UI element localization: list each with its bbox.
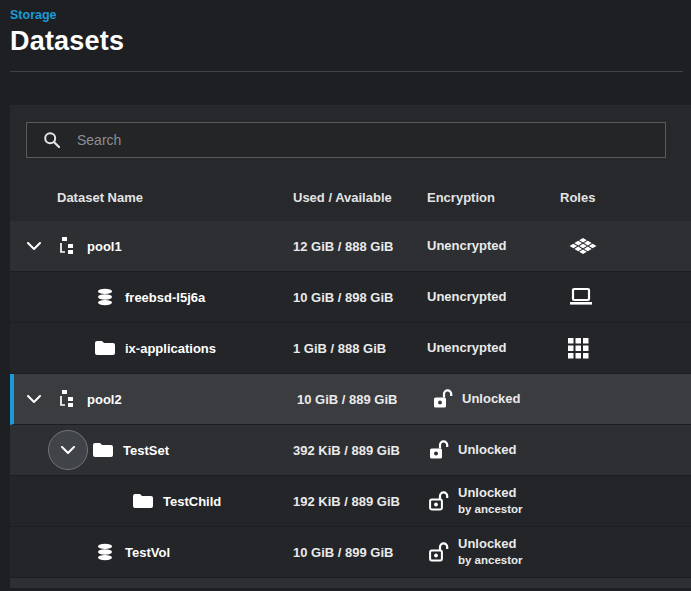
page-title: Datasets: [10, 26, 691, 57]
dataset-name: ix-applications: [125, 341, 216, 356]
apps-grid-icon: [568, 338, 589, 359]
vm-laptop-icon: [568, 287, 594, 307]
search-input[interactable]: [77, 132, 653, 148]
datasets-panel: Dataset Name Used / Available Encryption…: [10, 105, 691, 588]
dataset-name: TestVol: [125, 545, 170, 560]
encryption-substatus: by ancestor: [458, 554, 523, 566]
table-row-partial[interactable]: [10, 578, 691, 588]
dataset-name-cell: freebsd-l5j6a: [10, 287, 293, 307]
encryption-status: Unlockedby ancestor: [458, 485, 523, 518]
page-header: Storage Datasets: [0, 0, 691, 72]
search-wrap: [26, 122, 666, 158]
column-header-dataset-name: Dataset Name: [10, 190, 293, 205]
encryption-cell: Unencrypted: [427, 238, 560, 254]
folder-icon: [133, 493, 153, 509]
table-header-row: Dataset Name Used / Available Encryption…: [10, 173, 691, 221]
dataset-name: TestChild: [163, 494, 221, 509]
encryption-substatus: by ancestor: [458, 503, 523, 515]
encryption-cell: Unlockedby ancestor: [427, 536, 560, 569]
table-row-pool2[interactable]: pool2 10 GiB / 889 GiB Unlocked: [10, 374, 691, 425]
dataset-share-icon: [568, 234, 598, 258]
dataset-name-cell: ix-applications: [10, 340, 293, 356]
lock-open-outline-icon: [427, 541, 449, 563]
dataset-name: TestSet: [123, 443, 169, 458]
used-available-value: 392 KiB / 889 GiB: [293, 443, 427, 458]
lock-open-outline-icon: [427, 490, 449, 512]
lock-open-filled-icon: [427, 439, 449, 461]
search-icon: [43, 131, 61, 149]
dataset-name: pool1: [87, 239, 122, 254]
dataset-name: pool2: [87, 392, 122, 407]
encryption-status: Unlocked: [458, 442, 517, 458]
roles-cell: [560, 338, 691, 359]
encryption-status: Unencrypted: [427, 289, 506, 305]
table-row-testchild[interactable]: TestChild 192 KiB / 889 GiB Unlockedby a…: [10, 476, 691, 527]
zvol-icon: [95, 542, 115, 562]
table-row-testset[interactable]: TestSet 392 KiB / 889 GiB Unlocked: [10, 425, 691, 476]
column-header-used-available: Used / Available: [293, 190, 427, 205]
folder-icon: [93, 442, 113, 458]
table-row-freebsd-l5j6a[interactable]: freebsd-l5j6a 10 GiB / 898 GiB Unencrypt…: [10, 272, 691, 323]
column-header-roles: Roles: [560, 190, 691, 205]
encryption-status: Unencrypted: [427, 340, 506, 356]
table-row-testvol[interactable]: TestVol 10 GiB / 899 GiB Unlockedby ance…: [10, 527, 691, 578]
chevron-down-icon[interactable]: [22, 387, 46, 411]
used-available-value: 10 GiB / 898 GiB: [293, 290, 427, 305]
dataset-name-cell: pool1: [10, 234, 293, 258]
dataset-name-cell: pool2: [14, 387, 297, 411]
roles-cell: [560, 287, 691, 307]
encryption-cell: Unencrypted: [427, 289, 560, 305]
table-row-pool1[interactable]: pool1 12 GiB / 888 GiB Unencrypted: [10, 221, 691, 272]
chevron-down-icon[interactable]: [22, 234, 46, 258]
zvol-icon: [95, 287, 115, 307]
header-divider: [10, 71, 683, 72]
encryption-cell: Unlocked: [427, 439, 560, 461]
encryption-cell: Unencrypted: [427, 340, 560, 356]
encryption-status: Unlocked: [462, 391, 521, 407]
used-available-value: 12 GiB / 888 GiB: [293, 239, 427, 254]
used-available-value: 10 GiB / 899 GiB: [293, 545, 427, 560]
dataset-name-cell: TestSet: [10, 430, 293, 470]
used-available-value: 1 GiB / 888 GiB: [293, 341, 427, 356]
roles-cell: [560, 234, 691, 258]
search-box[interactable]: [26, 122, 666, 158]
dataset-tree-icon: [57, 389, 77, 409]
breadcrumb-storage-link[interactable]: Storage: [10, 8, 57, 22]
used-available-value: 192 KiB / 889 GiB: [293, 494, 427, 509]
dataset-name: freebsd-l5j6a: [125, 290, 205, 305]
dataset-tree-icon: [57, 236, 77, 256]
table-row-ix-applications[interactable]: ix-applications 1 GiB / 888 GiB Unencryp…: [10, 323, 691, 374]
encryption-cell: Unlocked: [431, 388, 564, 410]
chevron-down-icon[interactable]: [48, 430, 88, 470]
encryption-status: Unlockedby ancestor: [458, 536, 523, 569]
dataset-name-cell: TestChild: [10, 493, 293, 509]
encryption-cell: Unlockedby ancestor: [427, 485, 560, 518]
encryption-status: Unencrypted: [427, 238, 506, 254]
used-available-value: 10 GiB / 889 GiB: [297, 392, 431, 407]
dataset-name-cell: TestVol: [10, 542, 293, 562]
folder-icon: [95, 340, 115, 356]
column-header-encryption: Encryption: [427, 190, 560, 205]
lock-open-filled-icon: [431, 388, 453, 410]
